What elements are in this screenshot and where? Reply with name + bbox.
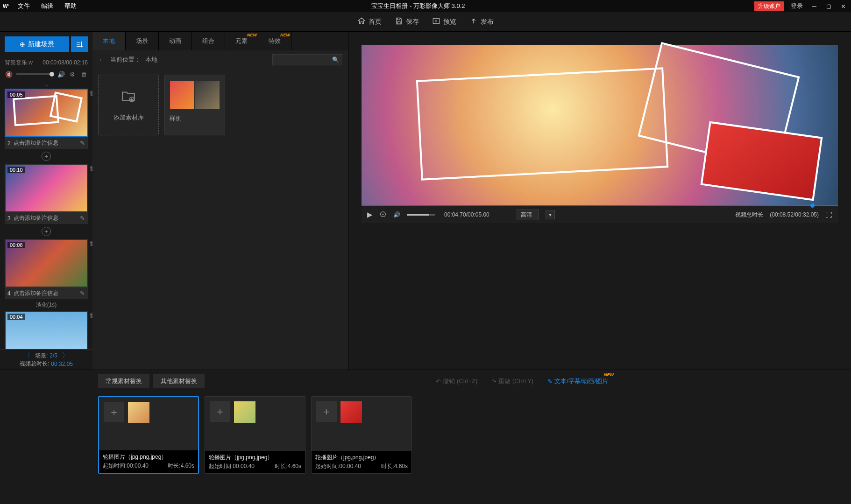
add-library-button[interactable]: 添加素材库 <box>98 75 159 135</box>
clip-thumbnail <box>128 402 149 423</box>
add-media-button[interactable]: ＋ <box>316 401 337 422</box>
next-scene-button[interactable]: 〉 <box>59 351 71 360</box>
text-subtitle-button[interactable]: ✎文本/字幕/动画/图片NEW <box>547 377 608 385</box>
tab-anim[interactable]: 动画 <box>159 32 192 50</box>
quality-label: 高清 <box>521 211 532 218</box>
volume-button[interactable]: 🔊 <box>393 211 400 218</box>
menu-edit[interactable]: 编辑 <box>35 2 59 10</box>
toolbar-save-label: 保存 <box>406 18 419 26</box>
library-sample[interactable]: 样例 <box>164 75 225 135</box>
edit-note-icon[interactable]: ✎ <box>80 290 85 297</box>
toolbar-save[interactable]: 保存 <box>395 17 419 27</box>
home-icon <box>357 17 366 27</box>
volume-slider[interactable] <box>16 73 54 75</box>
preview-volume-slider[interactable] <box>407 214 435 216</box>
scene-card-4[interactable]: 🗑 00:08 4 点击添加备注信息 ✎ <box>5 239 88 299</box>
clip-thumbnail <box>340 401 362 423</box>
scroll-down-icon: ⌄ <box>0 82 92 87</box>
clip-duration: 时长:4.60s <box>275 462 301 470</box>
publish-icon <box>469 17 478 27</box>
clip-start: 起始时间:00:00.40 <box>315 462 361 470</box>
delete-scene-icon[interactable]: 🗑 <box>89 312 92 319</box>
delete-scene-icon[interactable]: 🗑 <box>89 165 92 172</box>
tab-regular-replace[interactable]: 常规素材替换 <box>98 374 149 388</box>
scene-footer: 〈 场景: 2/5 〉 视频总时长: 00:32.05 <box>0 349 92 370</box>
clip-title: 轮播图片（jpg,png,jpeg） <box>103 453 194 461</box>
mute-icon[interactable]: 🔇 <box>5 70 13 78</box>
login-button[interactable]: 登录 <box>789 2 805 10</box>
quality-select[interactable]: 高清 <box>517 210 539 220</box>
back-button[interactable]: ← <box>98 56 106 64</box>
edit-note-icon[interactable]: ✎ <box>80 215 85 222</box>
delete-bgm-icon[interactable]: 🗑 <box>79 70 88 78</box>
preview-canvas[interactable] <box>362 45 838 206</box>
edit-note-icon[interactable]: ✎ <box>80 140 85 147</box>
clip-2[interactable]: ＋ 轮播图片（jpg,png,jpeg） 起始时间:00:00.40时长:4.6… <box>205 396 305 474</box>
svg-point-3 <box>383 213 384 215</box>
resource-panel: 本地 场景 动画 组合 元素NEW 特效NEW ← 当前位置： 本地 🔍 添加素… <box>92 32 348 370</box>
clip-title: 轮播图片（jpg,png,jpeg） <box>315 454 408 462</box>
add-media-button[interactable]: ＋ <box>104 402 124 422</box>
delete-scene-icon[interactable]: 🗑 <box>89 240 92 247</box>
settings-icon[interactable]: ⚙ <box>68 70 77 78</box>
upgrade-button[interactable]: 升级账户 <box>754 1 784 11</box>
folder-plus-icon <box>121 88 136 108</box>
tab-combo[interactable]: 组合 <box>192 32 225 50</box>
menu-file[interactable]: 文件 <box>12 2 35 10</box>
menu-help[interactable]: 帮助 <box>59 2 82 10</box>
plus-circle-icon: ⊕ <box>20 41 25 48</box>
scene-duration: 00:05 <box>7 91 25 98</box>
toolbar-preview[interactable]: 预览 <box>432 17 456 27</box>
tab-element[interactable]: 元素NEW <box>225 32 258 50</box>
add-scene-between-button[interactable]: + <box>42 227 51 236</box>
scene-index: 3 <box>7 215 11 222</box>
undo-button[interactable]: ↶撤销 (Ctrl+Z) <box>436 377 477 385</box>
clip-duration: 时长:4.60s <box>381 462 408 470</box>
titlebar: W¹ 文件 编辑 帮助 宝宝生日相册 - 万彩影像大师 3.0.2 升级账户 登… <box>0 0 851 12</box>
loop-button[interactable] <box>379 210 387 219</box>
scene-card-2[interactable]: 🗑 00:05 2 点击添加备注信息 ✎ <box>5 89 88 149</box>
pencil-icon: ✎ <box>547 378 553 385</box>
quality-dropdown-icon[interactable]: ▾ <box>546 210 555 219</box>
sort-scenes-button[interactable] <box>71 36 88 52</box>
toolbar-publish[interactable]: 发布 <box>469 17 494 27</box>
scene-note: 点击添加备注信息 <box>14 139 58 147</box>
toolbar-home[interactable]: 首页 <box>357 17 382 27</box>
redo-button[interactable]: ↷重做 (Ctrl+Y) <box>491 377 533 385</box>
toolbar-publish-label: 发布 <box>481 18 494 26</box>
minimize-button[interactable]: — <box>809 2 819 10</box>
scene-note: 点击添加备注信息 <box>14 214 58 222</box>
clip-start: 起始时间:00:00.40 <box>103 462 149 470</box>
search-input[interactable]: 🔍 <box>272 54 342 65</box>
add-scene-between-button[interactable]: + <box>42 152 51 161</box>
prev-scene-button[interactable]: 〈 <box>21 351 33 360</box>
clip-1[interactable]: ＋ 轮播图片（jpg,png,jpeg） 起始时间:00:00.40时长:4.6… <box>98 396 199 474</box>
maximize-button[interactable]: ▢ <box>824 2 834 10</box>
fullscreen-button[interactable]: ⛶ <box>825 211 832 219</box>
clip-3[interactable]: ＋ 轮播图片（jpg,png,jpeg） 起始时间:00:00.40时长:4.6… <box>311 396 412 474</box>
add-media-button[interactable]: ＋ <box>210 401 230 422</box>
scene-duration: 00:04 <box>7 314 25 320</box>
main-toolbar: 首页 保存 预览 发布 <box>0 12 851 32</box>
scene-card-5[interactable]: 🗑 00:04 <box>5 311 88 349</box>
tab-scene[interactable]: 场景 <box>126 32 159 50</box>
seek-bar[interactable] <box>362 205 838 206</box>
volume-up-icon[interactable]: 🔊 <box>57 70 65 78</box>
scene-count-value: 2/5 <box>50 352 57 359</box>
delete-scene-icon[interactable]: 🗑 <box>89 90 92 97</box>
new-scene-button[interactable]: ⊕ 新建场景 <box>5 36 69 52</box>
close-button[interactable]: ✕ <box>838 2 848 10</box>
scene-duration: 00:08 <box>7 242 25 248</box>
tab-effect[interactable]: 特效NEW <box>258 32 291 50</box>
scene-duration: 00:10 <box>7 167 25 173</box>
total-duration-value: (00:08.52/00:32.05) <box>770 211 819 218</box>
scene-card-3[interactable]: 🗑 00:10 3 点击添加备注信息 ✎ <box>5 164 88 224</box>
window-title: 宝宝生日相册 - 万彩影像大师 3.0.2 <box>82 2 754 10</box>
scene-index: 4 <box>7 290 11 297</box>
bgm-row[interactable]: 背景音乐.w 00:00:08/00:02:16 <box>0 57 92 68</box>
transition-label[interactable]: 淡化(1s) <box>1 301 92 309</box>
tab-local[interactable]: 本地 <box>92 32 126 50</box>
play-button[interactable]: ▶ <box>367 210 373 219</box>
tab-other-replace[interactable]: 其他素材替换 <box>153 374 205 388</box>
search-icon: 🔍 <box>332 56 339 63</box>
